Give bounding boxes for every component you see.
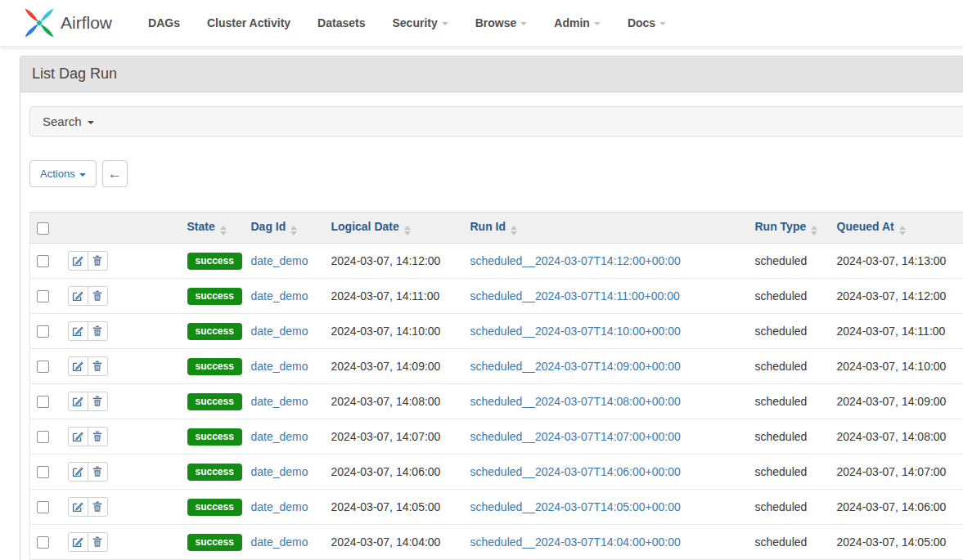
edit-record-button[interactable] — [68, 286, 88, 306]
table-row: success date_demo 2024-03-07, 14:05:00 s… — [30, 490, 963, 525]
column-header[interactable]: Run Type — [749, 213, 830, 244]
logical-date-cell: 2024-03-07, 14:10:00 — [325, 314, 464, 349]
dag-id-link[interactable]: date_demo — [251, 535, 308, 549]
select-all-checkbox[interactable] — [37, 222, 49, 235]
trash-icon — [92, 325, 103, 337]
delete-record-button[interactable] — [88, 462, 108, 482]
row-checkbox[interactable] — [37, 396, 49, 408]
trash-icon — [92, 255, 103, 267]
logical-date-cell: 2024-03-07, 14:08:00 — [325, 384, 464, 419]
row-checkbox[interactable] — [37, 431, 49, 443]
row-checkbox[interactable] — [37, 325, 49, 338]
row-checkbox[interactable] — [37, 466, 49, 478]
state-cell: success — [181, 419, 245, 455]
nav-item[interactable]: Security — [392, 16, 448, 29]
row-checkbox[interactable] — [37, 536, 49, 549]
nav-item[interactable]: Admin — [554, 16, 601, 29]
run-id-link[interactable]: scheduled__2024-03-07T14:09:00+00:00 — [470, 360, 681, 373]
dag-id-cell: date_demo — [245, 244, 325, 279]
dag-id-link[interactable]: date_demo — [251, 500, 308, 513]
select-all-header-cell — [30, 213, 61, 244]
column-header[interactable]: State — [181, 213, 245, 244]
row-actions-cell — [61, 490, 181, 525]
run-id-link[interactable]: scheduled__2024-03-07T14:05:00+00:00 — [470, 500, 681, 513]
run-id-link[interactable]: scheduled__2024-03-07T14:06:00+00:00 — [470, 465, 681, 478]
edit-record-button[interactable] — [68, 356, 88, 376]
sort-icon — [511, 226, 517, 235]
row-action-buttons — [68, 462, 108, 482]
nav-item[interactable]: Datasets — [317, 16, 365, 29]
nav-item[interactable]: Cluster Activity — [207, 16, 290, 29]
column-header[interactable]: Dag Id — [245, 213, 325, 244]
edit-record-button[interactable] — [68, 497, 88, 517]
row-checkbox[interactable] — [37, 290, 49, 302]
column-header[interactable]: Run Id — [464, 213, 749, 244]
run-id-cell: scheduled__2024-03-07T14:11:00+00:00 — [464, 279, 749, 314]
column-header-label: Run Type — [755, 220, 807, 233]
nav-item[interactable]: Docs — [628, 16, 666, 29]
nav-item[interactable]: DAGs — [148, 16, 180, 29]
edit-record-button[interactable] — [68, 462, 88, 482]
delete-record-button[interactable] — [88, 497, 108, 517]
delete-record-button[interactable] — [88, 251, 108, 271]
row-checkbox[interactable] — [37, 255, 49, 267]
column-header[interactable]: Logical Date — [325, 213, 464, 244]
queued-at-cell: 2024-03-07, 14:05:00 — [830, 525, 963, 560]
nav-item[interactable]: Browse — [475, 16, 528, 29]
dag-id-cell: date_demo — [245, 279, 325, 314]
run-type-cell: scheduled — [749, 455, 830, 490]
run-id-link[interactable]: scheduled__2024-03-07T14:12:00+00:00 — [470, 254, 681, 267]
delete-record-button[interactable] — [88, 427, 108, 446]
dag-runs-table-wrap: State Dag Id Logical Date Run Id Run Typ… — [29, 212, 963, 560]
delete-record-button[interactable] — [88, 532, 108, 552]
row-actions-cell — [61, 349, 181, 384]
row-select-cell — [30, 490, 61, 525]
run-id-link[interactable]: scheduled__2024-03-07T14:08:00+00:00 — [470, 395, 681, 408]
dag-id-link[interactable]: date_demo — [251, 360, 308, 373]
edit-record-button[interactable] — [68, 392, 88, 411]
dag-id-link[interactable]: date_demo — [251, 254, 308, 267]
run-id-link[interactable]: scheduled__2024-03-07T14:07:00+00:00 — [470, 430, 681, 443]
run-id-link[interactable]: scheduled__2024-03-07T14:11:00+00:00 — [470, 289, 680, 302]
search-dropdown[interactable]: Search — [29, 106, 963, 137]
edit-record-button[interactable] — [68, 251, 88, 271]
run-id-link[interactable]: scheduled__2024-03-07T14:04:00+00:00 — [470, 535, 681, 549]
queued-at-cell: 2024-03-07, 14:11:00 — [830, 314, 963, 349]
back-button[interactable]: ← — [102, 160, 128, 187]
run-id-cell: scheduled__2024-03-07T14:04:00+00:00 — [464, 525, 749, 560]
row-checkbox[interactable] — [37, 501, 49, 513]
state-badge: success — [187, 253, 242, 270]
row-checkbox[interactable] — [37, 361, 49, 373]
column-header[interactable]: Queued At — [830, 213, 963, 244]
dag-id-link[interactable]: date_demo — [251, 465, 308, 478]
logical-date-cell: 2024-03-07, 14:05:00 — [325, 490, 464, 525]
dag-id-link[interactable]: date_demo — [251, 325, 308, 338]
run-id-cell: scheduled__2024-03-07T14:12:00+00:00 — [464, 244, 749, 279]
dag-id-link[interactable]: date_demo — [251, 430, 308, 443]
row-action-buttons — [68, 392, 108, 411]
row-select-cell — [30, 419, 61, 455]
delete-record-button[interactable] — [88, 356, 108, 376]
edit-pencil-icon — [72, 501, 83, 513]
row-action-buttons — [68, 427, 108, 446]
dag-id-cell: date_demo — [245, 419, 325, 455]
delete-record-button[interactable] — [88, 392, 108, 411]
run-id-link[interactable]: scheduled__2024-03-07T14:10:00+00:00 — [470, 325, 681, 338]
navbar: Airflow DAGs Cluster Activity Datasets S… — [0, 0, 963, 47]
row-actions-cell — [61, 279, 181, 314]
actions-button[interactable]: Actions — [29, 160, 97, 187]
table-row: success date_demo 2024-03-07, 14:07:00 s… — [30, 419, 963, 455]
state-badge: success — [187, 358, 242, 375]
dag-id-link[interactable]: date_demo — [251, 395, 308, 408]
edit-record-button[interactable] — [68, 427, 88, 446]
sort-icon — [811, 226, 817, 235]
edit-pencil-icon — [72, 361, 83, 372]
dag-id-link[interactable]: date_demo — [251, 289, 308, 302]
edit-record-button[interactable] — [68, 532, 88, 552]
delete-record-button[interactable] — [88, 321, 108, 341]
airflow-brand[interactable]: Airflow — [23, 7, 112, 39]
delete-record-button[interactable] — [88, 286, 108, 306]
state-cell: success — [181, 244, 245, 279]
trash-icon — [92, 361, 103, 372]
edit-record-button[interactable] — [68, 321, 88, 341]
